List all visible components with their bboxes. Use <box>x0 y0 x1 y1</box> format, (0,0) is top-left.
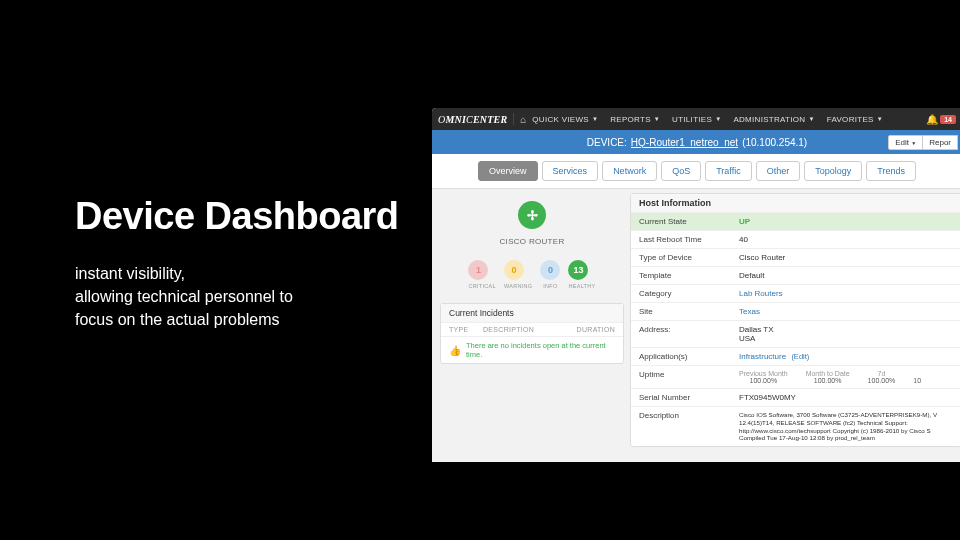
row-category: Category Lab Routers <box>631 285 960 303</box>
tabs-bar: Overview Services Network QoS Traffic Ot… <box>432 154 960 189</box>
incidents-empty-text: There are no incidents open at the curre… <box>466 341 615 359</box>
row-site: Site Texas <box>631 303 960 321</box>
value-uptime: Previous Month100.00% Month to Date100.0… <box>733 366 960 388</box>
tab-other[interactable]: Other <box>756 161 801 181</box>
main-content: ✢ CISCO ROUTER 1 CRITICAL 0 WARNING 0 IN… <box>432 189 960 462</box>
label-site: Site <box>631 303 733 320</box>
router-icon: ✢ <box>518 201 546 229</box>
row-current-state: Current State UP <box>631 213 960 231</box>
host-info-card: Host Information Current State UP Last R… <box>630 193 960 447</box>
row-uptime: Uptime Previous Month100.00% Month to Da… <box>631 366 960 389</box>
label-address: Address: <box>631 321 733 347</box>
divider <box>513 113 514 125</box>
alerts-button[interactable]: 🔔 14 <box>926 114 956 125</box>
status-critical-label: CRITICAL <box>468 283 495 289</box>
label-current-state: Current State <box>631 213 733 230</box>
incidents-empty-row: 👍 There are no incidents open at the cur… <box>441 337 623 363</box>
host-info-title: Host Information <box>631 194 960 213</box>
slide-line-2: allowing technical personnel to <box>75 285 399 308</box>
chevron-down-icon: ▼ <box>808 116 814 122</box>
status-warning[interactable]: 0 WARNING <box>504 260 532 289</box>
tab-overview[interactable]: Overview <box>478 161 538 181</box>
status-info-count: 0 <box>540 260 560 280</box>
label-type: Type of Device <box>631 249 733 266</box>
status-healthy[interactable]: 13 HEALTHY <box>568 260 595 289</box>
value-applications: Infrastructure (Edit) <box>733 348 960 365</box>
device-title-bar: DEVICE: HQ-Router1_netreo_net (10.100.25… <box>432 130 960 154</box>
slide-title: Device Dashboard <box>75 195 399 238</box>
brand-logo: OMNICENTER <box>438 114 507 125</box>
value-current-state: UP <box>733 213 960 230</box>
row-applications: Application(s) Infrastructure (Edit) <box>631 348 960 366</box>
slide-body: instant visibility, allowing technical p… <box>75 262 399 332</box>
tab-network[interactable]: Network <box>602 161 657 181</box>
right-column: Host Information Current State UP Last R… <box>630 189 960 462</box>
label-serial: Serial Number <box>631 389 733 406</box>
chevron-down-icon: ▼ <box>877 116 883 122</box>
report-button[interactable]: Repor <box>923 135 958 150</box>
app-window: OMNICENTER ⌂ QUICK VIEWS▼ REPORTS▼ UTILI… <box>432 108 960 462</box>
label-category: Category <box>631 285 733 302</box>
label-applications: Application(s) <box>631 348 733 365</box>
alert-count-badge: 14 <box>940 115 956 124</box>
nav-administration[interactable]: ADMINISTRATION▼ <box>733 115 814 124</box>
label-template: Template <box>631 267 733 284</box>
value-address: Dallas TX USA <box>733 321 960 347</box>
tab-traffic[interactable]: Traffic <box>705 161 752 181</box>
value-serial: FTX0945W0MY <box>733 389 960 406</box>
current-incidents-panel: Current Incidents TYPE DESCRIPTION DURAT… <box>440 303 624 364</box>
chevron-down-icon: ▼ <box>592 116 598 122</box>
thumbs-up-icon: 👍 <box>449 345 461 356</box>
incidents-header-row: TYPE DESCRIPTION DURATION <box>441 323 623 337</box>
chevron-down-icon: ▼ <box>654 116 660 122</box>
tab-topology[interactable]: Topology <box>804 161 862 181</box>
slide-text-block: Device Dashboard instant visibility, all… <box>75 195 399 332</box>
nav-favorites[interactable]: FAVORITES▼ <box>827 115 883 124</box>
label-uptime: Uptime <box>631 366 733 388</box>
device-type-label: CISCO ROUTER <box>440 237 624 246</box>
status-healthy-label: HEALTHY <box>568 283 595 289</box>
row-type: Type of Device Cisco Router <box>631 249 960 267</box>
status-healthy-count: 13 <box>568 260 588 280</box>
edit-button[interactable]: Edit ▼ <box>888 135 923 150</box>
row-template: Template Default <box>631 267 960 285</box>
tab-trends[interactable]: Trends <box>866 161 916 181</box>
row-address: Address: Dallas TX USA <box>631 321 960 348</box>
row-serial: Serial Number FTX0945W0MY <box>631 389 960 407</box>
value-template: Default <box>733 267 960 284</box>
device-label: DEVICE: <box>587 137 627 148</box>
nav-reports[interactable]: REPORTS▼ <box>610 115 660 124</box>
value-last-reboot: 40 <box>733 231 960 248</box>
status-info[interactable]: 0 INFO <box>540 260 560 289</box>
nav-quick-views[interactable]: QUICK VIEWS▼ <box>532 115 598 124</box>
applications-edit-link[interactable]: (Edit) <box>791 352 809 361</box>
label-last-reboot: Last Reboot Time <box>631 231 733 248</box>
top-nav-bar: OMNICENTER ⌂ QUICK VIEWS▼ REPORTS▼ UTILI… <box>432 108 960 130</box>
applications-link[interactable]: Infrastructure <box>739 352 786 361</box>
incidents-title: Current Incidents <box>441 304 623 323</box>
home-icon[interactable]: ⌂ <box>520 114 526 125</box>
tab-services[interactable]: Services <box>542 161 599 181</box>
row-description: Description Cisco IOS Software, 3700 Sof… <box>631 407 960 446</box>
status-warning-count: 0 <box>504 260 524 280</box>
value-site-link[interactable]: Texas <box>733 303 960 320</box>
device-name-link[interactable]: HQ-Router1_netreo_net <box>631 137 738 148</box>
nav-utilities[interactable]: UTILITIES▼ <box>672 115 721 124</box>
device-ip: (10.100.254.1) <box>742 137 807 148</box>
status-summary: 1 CRITICAL 0 WARNING 0 INFO 13 HEALTHY <box>440 260 624 289</box>
status-critical-count: 1 <box>468 260 488 280</box>
chevron-down-icon: ▼ <box>911 140 916 146</box>
label-description: Description <box>631 407 733 446</box>
device-icon-block: ✢ CISCO ROUTER <box>440 201 624 246</box>
status-info-label: INFO <box>540 283 560 289</box>
left-column: ✢ CISCO ROUTER 1 CRITICAL 0 WARNING 0 IN… <box>432 189 630 462</box>
col-duration: DURATION <box>565 326 615 333</box>
status-critical[interactable]: 1 CRITICAL <box>468 260 495 289</box>
status-warning-label: WARNING <box>504 283 532 289</box>
col-description: DESCRIPTION <box>483 326 565 333</box>
bell-icon: 🔔 <box>926 114 938 125</box>
value-category-link[interactable]: Lab Routers <box>733 285 960 302</box>
value-description: Cisco IOS Software, 3700 Software (C3725… <box>733 407 960 446</box>
tab-qos[interactable]: QoS <box>661 161 701 181</box>
slide-line-3: focus on the actual problems <box>75 308 399 331</box>
